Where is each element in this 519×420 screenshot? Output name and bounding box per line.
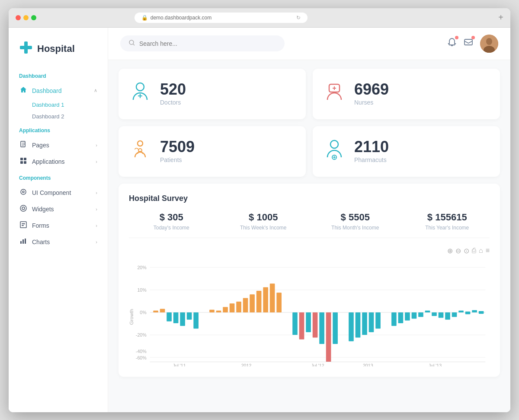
today-income-label: Today's Income — [129, 225, 214, 231]
svg-rect-57 — [236, 302, 241, 312]
svg-rect-1 — [20, 46, 32, 49]
chevron-right-icon6: › — [96, 239, 97, 245]
svg-text:2012: 2012 — [241, 363, 252, 366]
chevron-right-icon: › — [96, 143, 97, 148]
zoom-reset-icon[interactable]: ⊙ — [464, 247, 469, 255]
header — [108, 28, 510, 60]
chevron-right-icon3: › — [96, 190, 97, 195]
svg-rect-16 — [25, 239, 26, 244]
survey-title: Hospital Survey — [129, 194, 490, 203]
svg-text:10%: 10% — [137, 287, 146, 292]
sidebar-subitem-dashboard2[interactable]: Dashboard 2 — [9, 111, 108, 122]
home-icon — [19, 86, 28, 95]
chevron-right-icon5: › — [96, 223, 97, 228]
app-container: Hospital Dashboard Dashboard ∧ Dashboard… — [9, 28, 510, 412]
stat-card-nurses: 6969 Nurses — [313, 69, 500, 119]
chevron-right-icon2: › — [96, 159, 97, 164]
svg-rect-48 — [167, 312, 172, 321]
messages-button[interactable] — [464, 38, 473, 49]
reload-icon[interactable]: ↻ — [296, 15, 301, 21]
browser-toolbar: 🔒 demo.dashboardpack.com ↻ + — [9, 8, 510, 28]
new-tab-button[interactable]: + — [498, 13, 503, 22]
close-dot[interactable] — [16, 15, 21, 20]
sidebar-subitem-dashboard1[interactable]: Dashboard 1 — [9, 99, 108, 111]
home-chart-icon[interactable]: ⌂ — [479, 247, 483, 255]
week-income-amount: $ 1005 — [221, 212, 306, 223]
week-income-label: This Week's Income — [221, 225, 306, 231]
svg-rect-11 — [20, 222, 26, 228]
sidebar-item-widgets[interactable]: Widgets › — [9, 201, 108, 217]
sidebar-item-charts[interactable]: Charts › — [9, 234, 108, 250]
svg-point-8 — [22, 191, 24, 193]
income-stat-year: $ 155615 This Year's Income — [405, 212, 490, 231]
svg-text:20%: 20% — [137, 264, 146, 270]
sidebar-section-title-dashboard: Dashboard — [9, 68, 108, 83]
chart-area: 20% 10% 0% -20% -40% -60% Growth — [129, 258, 490, 366]
browser-window: 🔒 demo.dashboardpack.com ↻ + Hospital D — [9, 8, 510, 412]
notifications-button[interactable] — [447, 38, 457, 49]
svg-rect-84 — [445, 312, 450, 320]
header-actions — [447, 35, 498, 53]
svg-rect-70 — [333, 312, 338, 344]
svg-rect-85 — [452, 312, 457, 317]
svg-rect-3 — [20, 158, 23, 160]
month-income-amount: $ 5505 — [313, 212, 398, 223]
url-bar[interactable]: 🔒 demo.dashboardpack.com ↻ — [135, 13, 308, 23]
maximize-dot[interactable] — [31, 15, 36, 20]
svg-rect-78 — [405, 312, 410, 321]
svg-rect-54 — [216, 310, 221, 312]
search-input[interactable] — [139, 40, 276, 47]
avatar[interactable] — [480, 35, 498, 53]
doctors-label: Doctors — [160, 99, 186, 106]
sidebar-item-dashboard[interactable]: Dashboard ∧ — [9, 83, 108, 99]
zoom-out-icon[interactable]: ⊖ — [455, 247, 461, 255]
stat-card-patients: 7509 Patients — [119, 126, 306, 177]
pages-icon — [19, 141, 28, 150]
menu-chart-icon[interactable]: ≡ — [486, 247, 490, 255]
svg-rect-66 — [306, 312, 311, 332]
logo-area: Hospital — [9, 36, 108, 68]
svg-rect-81 — [425, 310, 430, 312]
income-stat-month: $ 5505 This Month's Income — [313, 212, 398, 231]
svg-rect-67 — [313, 312, 318, 337]
svg-rect-53 — [209, 309, 215, 312]
doctor-icon — [129, 81, 151, 107]
sidebar-section-title-applications: Applications — [9, 122, 108, 137]
svg-rect-83 — [439, 312, 444, 318]
sidebar-item-pages[interactable]: Pages › — [9, 137, 108, 153]
sidebar-item-applications[interactable]: Applications › — [9, 153, 108, 170]
svg-rect-72 — [356, 312, 361, 337]
search-bar[interactable] — [120, 35, 285, 51]
minimize-dot[interactable] — [23, 15, 29, 20]
svg-rect-88 — [472, 310, 477, 312]
svg-rect-77 — [398, 312, 404, 323]
svg-point-20 — [486, 38, 492, 45]
income-stat-week: $ 1005 This Week's Income — [221, 212, 306, 231]
svg-point-9 — [20, 205, 26, 211]
sidebar-item-uicomponent[interactable]: UI Component › — [9, 185, 108, 201]
avatar-image — [480, 35, 498, 53]
svg-point-7 — [21, 189, 26, 194]
notification-badge — [455, 36, 458, 39]
svg-rect-12 — [22, 223, 25, 224]
stats-grid: 520 Doctors 6969 — [108, 60, 510, 184]
svg-rect-82 — [432, 312, 437, 316]
sidebar-item-label-forms: Forms — [32, 222, 96, 229]
logo-text: Hospital — [37, 43, 75, 54]
sidebar-item-forms[interactable]: Forms › — [9, 217, 108, 234]
main-content: 520 Doctors 6969 — [108, 28, 510, 412]
svg-rect-62 — [270, 283, 275, 312]
chart-svg: 20% 10% 0% -20% -40% -60% Growth — [129, 258, 490, 366]
svg-rect-15 — [22, 239, 24, 244]
year-income-amount: $ 155615 — [405, 212, 490, 223]
stat-card-info-doctors: 520 Doctors — [160, 82, 186, 106]
svg-rect-86 — [458, 310, 464, 312]
sidebar-item-label-dashboard: Dashboard — [32, 87, 94, 94]
zoom-in-icon[interactable]: ⊕ — [447, 247, 453, 255]
svg-rect-55 — [223, 307, 228, 312]
applications-icon — [19, 157, 28, 166]
download-icon[interactable]: ⎙ — [472, 247, 476, 255]
svg-rect-65 — [299, 312, 304, 340]
stat-card-info-pharmacuts: 2110 Pharmacuts — [354, 139, 389, 163]
lock-icon: 🔒 — [141, 15, 148, 21]
